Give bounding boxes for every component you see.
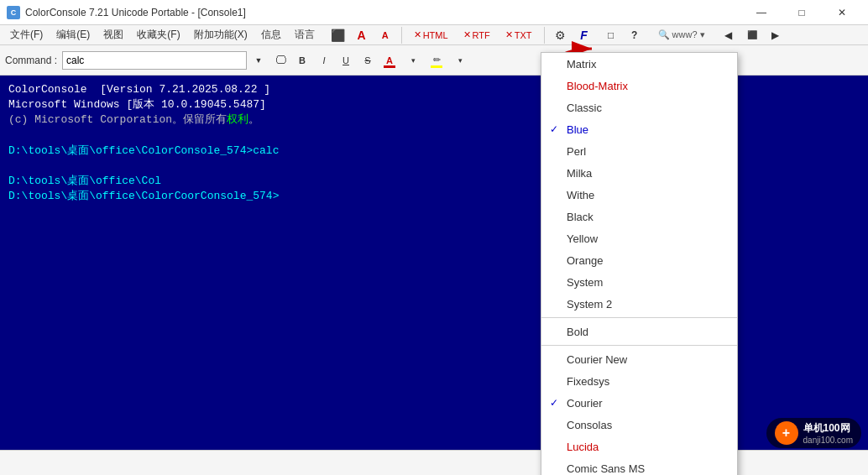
window-controls: — □ ✕ bbox=[742, 0, 861, 25]
menu-orange[interactable]: Orange bbox=[541, 249, 737, 271]
separator bbox=[401, 27, 402, 44]
menu-edit[interactable]: 编辑(E) bbox=[50, 26, 97, 44]
menu-perl[interactable]: Perl bbox=[541, 140, 737, 162]
watermark-url: danji100.com bbox=[803, 436, 853, 445]
dropdown-arrow[interactable]: ▼ bbox=[248, 50, 269, 70]
menu-system2[interactable]: System 2 bbox=[541, 293, 737, 315]
strikethrough-btn[interactable]: S bbox=[358, 50, 378, 70]
menu-info[interactable]: 信息 bbox=[254, 26, 288, 44]
rtf-button[interactable]: ✕ RTF bbox=[458, 25, 496, 45]
window-icon[interactable]: □ bbox=[601, 25, 621, 45]
menu-black[interactable]: Black bbox=[541, 206, 737, 227]
menu-consolas[interactable]: Consolas bbox=[541, 414, 737, 436]
menu-addon[interactable]: 附加功能(X) bbox=[187, 26, 254, 44]
menu-favorites[interactable]: 收藏夹(F) bbox=[130, 26, 186, 44]
minimize-button[interactable]: — bbox=[742, 0, 781, 25]
menu-bold[interactable]: Bold bbox=[541, 321, 737, 342]
menubar: 文件(F) 编辑(E) 视图 收藏夹(F) 附加功能(X) 信息 语言 ⬛ A … bbox=[0, 25, 868, 45]
titlebar: C ColorConsole 7.21 Unicode Portable - [… bbox=[0, 0, 868, 25]
nav-forward[interactable]: ▶ bbox=[766, 25, 786, 45]
divider-1 bbox=[541, 317, 737, 318]
nav-back[interactable]: ◀ bbox=[719, 25, 739, 45]
highlight-btn[interactable]: ✏ bbox=[426, 50, 447, 70]
title-text: ColorConsole 7.21 Unicode Portable - [Co… bbox=[25, 7, 742, 18]
watermark-site: 单机100网 bbox=[803, 421, 853, 436]
menu-courier-new[interactable]: Courier New bbox=[541, 348, 737, 370]
copy-icon[interactable]: ⬛ bbox=[328, 25, 348, 45]
font-icon[interactable]: F bbox=[574, 25, 594, 45]
watermark: + 单机100网 danji100.com bbox=[766, 418, 861, 448]
separator2 bbox=[544, 27, 545, 44]
menu-classic[interactable]: Classic bbox=[541, 97, 737, 118]
menu-language[interactable]: 语言 bbox=[288, 26, 322, 44]
menu-milka[interactable]: Milka bbox=[541, 162, 737, 184]
run-icon[interactable]: 🖵 bbox=[270, 50, 290, 70]
font-color-btn[interactable]: A bbox=[379, 50, 400, 70]
bold-btn[interactable]: B bbox=[292, 50, 312, 70]
command-label: Command : bbox=[5, 55, 57, 66]
menu-blue[interactable]: Blue bbox=[541, 118, 737, 140]
font-small-icon[interactable]: A bbox=[375, 25, 395, 45]
nav-action[interactable]: ⬛ bbox=[742, 25, 762, 45]
menu-matrix[interactable]: Matrix bbox=[541, 53, 737, 75]
menu-lucida[interactable]: Lucida bbox=[541, 436, 737, 457]
menu-fixedsys[interactable]: Fixedsys bbox=[541, 370, 737, 392]
txt-button[interactable]: ✕ TXT bbox=[499, 25, 538, 45]
app-icon: C bbox=[7, 6, 20, 19]
menu-yellow[interactable]: Yellow bbox=[541, 227, 737, 249]
italic-btn[interactable]: I bbox=[314, 50, 334, 70]
close-button[interactable]: ✕ bbox=[823, 0, 861, 25]
watermark-icon: + bbox=[775, 421, 798, 445]
menu-blood-matrix[interactable]: Blood-Matrix bbox=[541, 75, 737, 97]
divider-2 bbox=[541, 345, 737, 346]
dropdown-menu: Matrix Blood-Matrix Classic Blue Perl Mi… bbox=[541, 52, 738, 475]
highlight-dropdown[interactable]: ▾ bbox=[448, 50, 472, 70]
html-button[interactable]: ✕ HTML bbox=[408, 25, 454, 45]
help-icon[interactable]: ? bbox=[625, 25, 645, 45]
menu-comic-sans[interactable]: Comic Sans MS bbox=[541, 457, 737, 475]
command-input[interactable] bbox=[62, 51, 247, 70]
menu-withe[interactable]: Withe bbox=[541, 184, 737, 206]
underline-btn[interactable]: U bbox=[336, 50, 356, 70]
menu-file[interactable]: 文件(F) bbox=[3, 26, 50, 44]
menu-view[interactable]: 视图 bbox=[97, 26, 130, 44]
menu-system[interactable]: System bbox=[541, 271, 737, 293]
menu-courier[interactable]: Courier bbox=[541, 392, 737, 414]
font-color-dropdown[interactable]: ▾ bbox=[401, 50, 425, 70]
font-large-icon[interactable]: A bbox=[352, 25, 372, 45]
search-bar[interactable]: 🔍 www? ▾ bbox=[648, 25, 715, 45]
watermark-info: 单机100网 danji100.com bbox=[803, 421, 853, 445]
maximize-button[interactable]: □ bbox=[782, 0, 821, 25]
settings-icon[interactable]: ⚙ bbox=[551, 25, 571, 45]
